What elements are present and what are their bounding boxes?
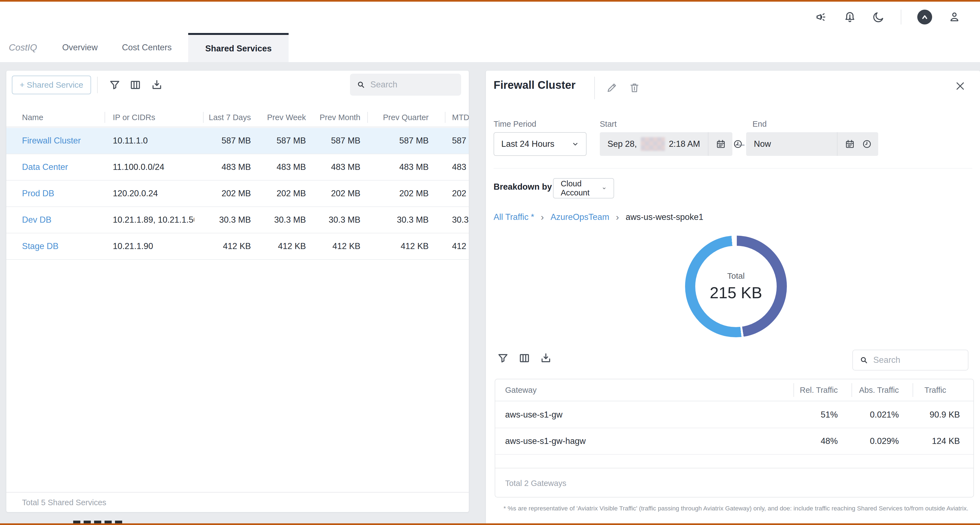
mtd-cell: 202 MB (452, 189, 469, 198)
column-header-prev-month[interactable]: Prev Month (305, 113, 360, 122)
total-gateways-label: Total 2 Gateways (505, 479, 566, 488)
prev-week-cell: 483 MB (251, 162, 306, 172)
start-datetime-input[interactable]: Sep 28, 2:18 AM (600, 132, 732, 156)
breadcrumb-current: aws-us-west-spoke1 (626, 212, 703, 222)
dark-mode-icon[interactable] (872, 11, 885, 23)
breakdown-select[interactable]: Cloud Account (553, 178, 614, 198)
calendar-icon[interactable] (716, 139, 726, 149)
table-row-firewall-cluster[interactable]: Firewall Cluster 10.11.1.0 587 MB 587 MB… (6, 128, 469, 154)
time-period-select[interactable]: Last 24 Hours (493, 132, 587, 156)
gateway-toolbar (497, 352, 552, 364)
column-header-name[interactable]: Name (22, 113, 43, 122)
column-header-prev-week[interactable]: Prev Week (251, 113, 306, 122)
prev-month-cell: 412 KB (305, 241, 360, 251)
column-header-traffic[interactable]: Traffic (905, 385, 960, 395)
prev-week-cell: 412 KB (251, 241, 306, 251)
clipped-bottom-artifact (73, 520, 126, 523)
shared-service-link[interactable]: Data Center (22, 162, 68, 172)
rel-traffic-cell: 51% (783, 410, 838, 420)
window-bottom-border (0, 523, 980, 525)
table-row-dev-db[interactable]: Dev DB 10.21.1.89, 10.21.1.50 30.3 MB 30… (6, 207, 469, 233)
table-row-data-center[interactable]: Data Center 11.100.0.0/24 483 MB 483 MB … (6, 154, 469, 181)
tab-shared-services[interactable]: Shared Services (188, 33, 289, 62)
rel-traffic-cell: 48% (783, 436, 838, 446)
breadcrumb-all-traffic[interactable]: All Traffic * (493, 212, 534, 222)
costiq-brand: CostIQ (9, 42, 50, 53)
columns-icon[interactable] (129, 79, 142, 91)
table-row-prod-db[interactable]: Prod DB 120.20.0.24 202 MB 202 MB 202 MB… (6, 181, 469, 207)
download-icon[interactable] (151, 79, 163, 91)
chevron-down-icon (602, 185, 606, 191)
chevron-down-icon (572, 140, 579, 148)
prev-quarter-cell: 412 KB (374, 241, 429, 251)
title-divider (594, 77, 595, 99)
search-icon (859, 356, 868, 365)
last-7-days-cell: 587 MB (196, 136, 251, 146)
end-datetime-input[interactable]: Now (746, 132, 878, 156)
gateway-row[interactable]: aws-use-s1-gw-hagw 48% 0.029% 124 KB (495, 428, 974, 455)
shared-service-link[interactable]: Prod DB (22, 189, 54, 198)
breadcrumb-separator: › (541, 212, 544, 222)
last-7-days-cell: 412 KB (196, 241, 251, 251)
columns-icon[interactable] (518, 352, 530, 364)
close-icon[interactable] (955, 81, 966, 92)
gateway-name-cell: aws-use-s1-gw (505, 410, 562, 420)
traffic-cell: 124 KB (905, 436, 960, 446)
section-divider (493, 168, 972, 168)
tab-cost-centers[interactable]: Cost Centers (110, 43, 184, 52)
tab-overview[interactable]: Overview (50, 43, 110, 52)
search-input[interactable] (370, 80, 455, 90)
prev-month-cell: 587 MB (305, 136, 360, 146)
toolbar-divider (97, 77, 98, 93)
prev-quarter-cell: 30.3 MB (374, 215, 429, 225)
mtd-cell: 483 MB (452, 162, 469, 172)
breakdown-value: Cloud Account (561, 179, 598, 197)
prev-month-cell: 202 MB (305, 189, 360, 198)
time-period-label: Time Period (493, 120, 536, 128)
add-shared-service-button[interactable]: + Shared Service (12, 76, 91, 94)
breakdown-by-label: Breakdown by (493, 182, 552, 192)
filter-icon[interactable] (497, 352, 509, 364)
table-row-stage-db[interactable]: Stage DB 10.21.1.90 412 KB 412 KB 412 KB… (6, 233, 469, 260)
breadcrumb-separator: › (616, 212, 619, 222)
shared-service-link[interactable]: Stage DB (22, 241, 59, 251)
user-profile-icon[interactable] (948, 11, 961, 23)
search-input[interactable] (873, 355, 961, 365)
column-header-mtd[interactable]: MTD (452, 113, 469, 122)
gateway-search (852, 350, 969, 371)
filter-icon[interactable] (109, 79, 121, 91)
column-header-prev-quarter[interactable]: Prev Quarter (374, 113, 429, 122)
delete-icon[interactable] (628, 82, 641, 94)
mtd-cell: 412 KB (452, 241, 469, 251)
end-label: End (752, 120, 767, 128)
prev-quarter-cell: 202 MB (374, 189, 429, 198)
notifications-icon[interactable] (843, 11, 856, 23)
column-header-ip[interactable]: IP or CIDRs (113, 113, 155, 122)
column-header-abs-traffic[interactable]: Abs. Traffic (844, 385, 899, 395)
announcements-icon[interactable] (815, 11, 827, 23)
download-icon[interactable] (540, 352, 552, 364)
edit-icon[interactable] (606, 82, 618, 94)
column-header-rel-traffic[interactable]: Rel. Traffic (783, 385, 838, 395)
column-header-last-7-days[interactable]: Last 7 Days (196, 113, 251, 122)
column-separator (445, 112, 445, 123)
clock-icon[interactable] (862, 139, 872, 149)
column-header-gateway[interactable]: Gateway (505, 385, 536, 395)
column-separator (105, 112, 105, 123)
gateway-row[interactable]: aws-use-s1-gw 51% 0.021% 90.9 KB (495, 402, 974, 428)
redacted-date-fragment (641, 137, 665, 151)
mtd-cell: 30.3 MB (452, 215, 469, 225)
aviatrix-logo[interactable] (917, 10, 932, 24)
prev-week-cell: 202 MB (251, 189, 306, 198)
breadcrumb-azureopsteam[interactable]: AzureOpsTeam (550, 212, 609, 222)
prev-quarter-cell: 587 MB (374, 136, 429, 146)
donut-chart: Total 215 KB (685, 236, 787, 337)
gateway-table: Gateway Rel. Traffic Abs. Traffic Traffi… (495, 379, 974, 498)
prev-month-cell: 30.3 MB (305, 215, 360, 225)
prev-month-cell: 483 MB (305, 162, 360, 172)
shared-service-link[interactable]: Dev DB (22, 215, 51, 225)
shared-service-link[interactable]: Firewall Cluster (22, 136, 81, 146)
header-icon-bar (815, 8, 961, 26)
start-date-text: Sep 28, (608, 139, 637, 149)
calendar-icon[interactable] (845, 139, 855, 149)
